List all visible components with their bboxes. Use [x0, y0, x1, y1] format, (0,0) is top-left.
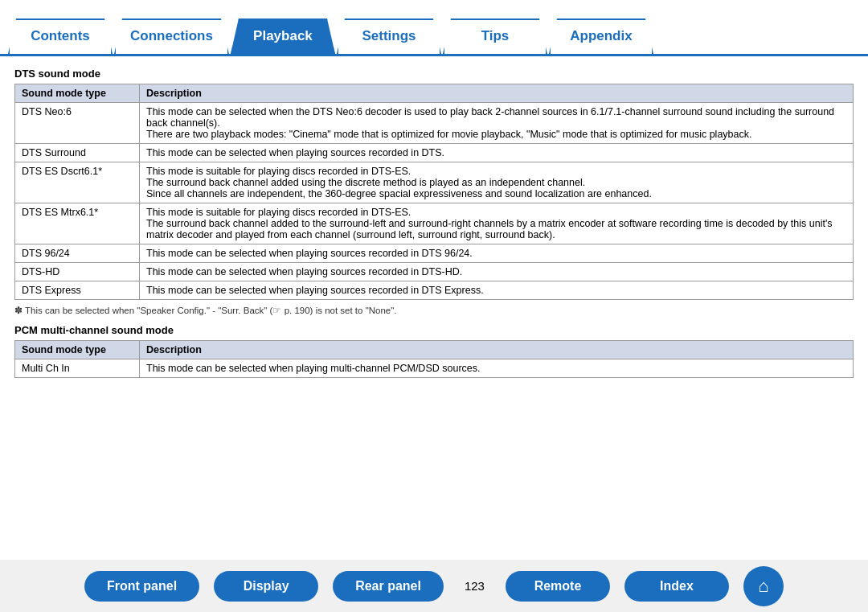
- table-row: DTS ES Dscrt6.1*This mode is suitable fo…: [15, 162, 854, 203]
- mode-cell: DTS Surround: [15, 144, 140, 162]
- mode-cell: DTS 96/24: [15, 244, 140, 263]
- description-cell: This mode can be selected when the DTS N…: [140, 103, 854, 144]
- dts-header-mode: Sound mode type: [15, 84, 140, 103]
- table-row: DTS-HDThis mode can be selected when pla…: [15, 263, 854, 281]
- tab-settings[interactable]: Settings: [337, 18, 441, 54]
- mode-cell: DTS Neo:6: [15, 103, 140, 144]
- description-cell: This mode is suitable for playing discs …: [140, 203, 854, 244]
- pcm-header-mode: Sound mode type: [15, 341, 140, 359]
- front-panel-button[interactable]: Front panel: [84, 571, 199, 602]
- pcm-section-title: PCM multi-channel sound mode: [14, 324, 854, 336]
- dts-section-title: DTS sound mode: [14, 68, 854, 80]
- mode-cell: DTS-HD: [15, 263, 140, 281]
- table-row: DTS 96/24This mode can be selected when …: [15, 244, 854, 263]
- dts-footnote: ✽ This can be selected when "Speaker Con…: [14, 305, 854, 316]
- description-cell: This mode is suitable for playing discs …: [140, 162, 854, 203]
- home-icon: ⌂: [758, 576, 768, 597]
- table-row: DTS SurroundThis mode can be selected wh…: [15, 144, 854, 162]
- tab-connections[interactable]: Connections: [114, 18, 229, 54]
- display-button[interactable]: Display: [214, 571, 318, 602]
- mode-cell: DTS ES Mtrx6.1*: [15, 203, 140, 244]
- table-row: DTS ExpressThis mode can be selected whe…: [15, 281, 854, 300]
- mode-cell: DTS Express: [15, 281, 140, 300]
- pcm-header-desc: Description: [140, 341, 854, 359]
- tab-appendix[interactable]: Appendix: [549, 18, 653, 54]
- index-button[interactable]: Index: [624, 571, 729, 602]
- description-cell: This mode can be selected when playing s…: [140, 281, 854, 300]
- tab-contents[interactable]: Contents: [8, 18, 113, 54]
- mode-cell: Multi Ch In: [15, 359, 140, 378]
- rear-panel-button[interactable]: Rear panel: [333, 571, 444, 602]
- bottom-navigation: Front panel Display Rear panel 123 Remot…: [0, 560, 868, 612]
- mode-cell: DTS ES Dscrt6.1*: [15, 162, 140, 203]
- top-navigation: Contents Connections Playback Settings T…: [0, 0, 868, 56]
- table-row: DTS Neo:6This mode can be selected when …: [15, 103, 854, 144]
- tab-playback[interactable]: Playback: [231, 18, 335, 54]
- home-button[interactable]: ⌂: [743, 566, 784, 606]
- table-row: Multi Ch InThis mode can be selected whe…: [15, 359, 854, 378]
- tab-tips[interactable]: Tips: [443, 18, 547, 54]
- description-cell: This mode can be selected when playing s…: [140, 244, 854, 263]
- table-row: DTS ES Mtrx6.1*This mode is suitable for…: [15, 203, 854, 244]
- description-cell: This mode can be selected when playing s…: [140, 144, 854, 162]
- pcm-table: Sound mode type Description Multi Ch InT…: [14, 340, 854, 378]
- dts-header-desc: Description: [140, 84, 854, 103]
- description-cell: This mode can be selected when playing m…: [140, 359, 854, 378]
- dts-table: Sound mode type Description DTS Neo:6Thi…: [14, 84, 854, 300]
- description-cell: This mode can be selected when playing s…: [140, 263, 854, 281]
- main-content: DTS sound mode Sound mode type Descripti…: [0, 56, 868, 391]
- remote-button[interactable]: Remote: [506, 571, 610, 602]
- page-number: 123: [465, 579, 485, 593]
